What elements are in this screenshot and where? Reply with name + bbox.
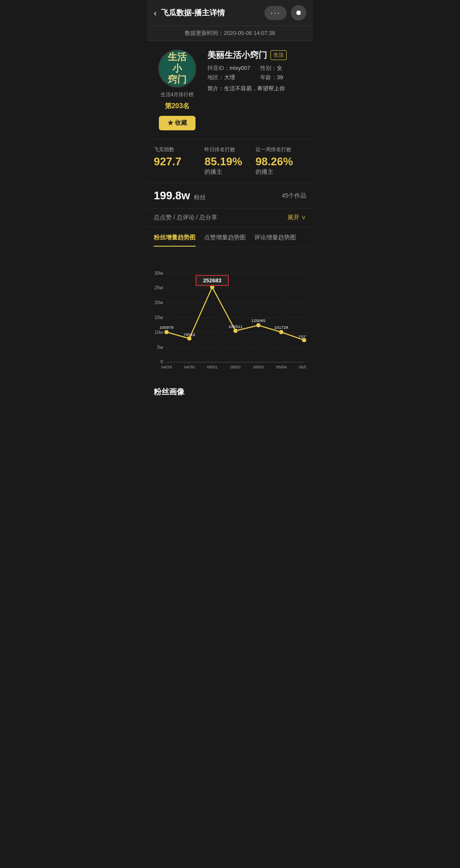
expand-section: 总点赞 / 总评论 / 总分享 展开 ∨ — [147, 209, 313, 227]
expand-button[interactable]: 展开 ∨ — [288, 214, 306, 221]
header-left: ‹ 飞瓜数据-播主详情 — [154, 8, 225, 18]
week-suffix: 的播主 — [256, 168, 273, 176]
avatar-area: 生活小窍门 生活4月排行榜 第203名 ★ 收藏 — [154, 49, 201, 130]
index-value: 927.7 — [154, 155, 204, 168]
svg-text:5w: 5w — [157, 345, 163, 350]
gender-value: 女 — [277, 65, 282, 71]
update-timestamp: 数据更新时间：2020-05-06 14:07:38 — [147, 26, 313, 41]
expand-label: 总点赞 / 总评论 / 总分享 — [154, 214, 217, 221]
bio-text: 简介：生活不容易，希望帮上你 — [207, 85, 306, 92]
streamer-name: 美丽生活小窍门 — [207, 49, 267, 61]
works-count: 45个作品 — [282, 192, 306, 200]
svg-text:10w: 10w — [155, 330, 163, 335]
yesterday-value-row: 85.19% 的播主 — [204, 155, 255, 176]
gender-item: 性别：女 — [260, 64, 306, 72]
header-right: ··· ⏺ — [264, 5, 306, 20]
chart-point-0 — [164, 330, 169, 334]
chart-point-5 — [279, 330, 283, 334]
rank-number: 第203名 — [165, 102, 190, 111]
svg-text:73778: 73778 — [298, 334, 306, 339]
stats-section: 飞瓜指数 927.7 昨日排名打败 85.19% 的播主 近一周排名打败 98.… — [147, 139, 313, 183]
page-title: 飞瓜数据-播主详情 — [161, 8, 225, 18]
age-label: 年龄： — [260, 74, 277, 80]
week-label: 近一周排名打败 — [256, 146, 306, 153]
index-label: 飞瓜指数 — [154, 146, 204, 153]
name-row: 美丽生活小窍门 生活 — [207, 49, 306, 61]
douyin-id-value: mlxy007 — [230, 65, 250, 71]
svg-text:05/04: 05/04 — [276, 365, 287, 369]
douyin-id-item: 抖音ID：mlxy007 — [207, 64, 253, 72]
svg-text:05/02: 05/02 — [230, 365, 241, 369]
svg-text:105511: 105511 — [228, 324, 243, 329]
tab-fans-trend[interactable]: 粉丝增量趋势图 — [154, 234, 196, 247]
week-stat: 近一周排名打败 98.26% 的播主 — [256, 146, 306, 176]
svg-text:25w: 25w — [155, 285, 163, 290]
age-value: 39 — [277, 74, 283, 80]
line-chart: 0 5w 10w 15w 20w 25w 30w — [154, 254, 306, 373]
followers-section: 199.8w 粉丝 45个作品 — [147, 183, 313, 209]
week-value: 98.26% — [256, 155, 293, 168]
svg-text:252683: 252683 — [203, 277, 221, 284]
record-button[interactable]: ⏺ — [291, 5, 306, 20]
svg-text:101728: 101728 — [274, 325, 289, 330]
bio-label: 简介： — [207, 85, 224, 92]
douyin-id-label: 抖音ID： — [207, 65, 230, 71]
more-options-button[interactable]: ··· — [264, 6, 287, 20]
chart-point-1 — [187, 336, 192, 341]
back-icon[interactable]: ‹ — [154, 8, 157, 18]
yesterday-value: 85.19% — [204, 155, 242, 168]
svg-text:0: 0 — [161, 359, 163, 364]
week-value-row: 98.26% 的播主 — [256, 155, 306, 176]
chart-point-4 — [256, 323, 261, 328]
svg-text:05/05: 05/05 — [299, 365, 306, 369]
rank-label: 生活4月排行榜 — [161, 91, 194, 98]
svg-text:79516: 79516 — [184, 332, 196, 337]
svg-text:15w: 15w — [155, 315, 163, 320]
app-header: ‹ 飞瓜数据-播主详情 ··· ⏺ — [147, 0, 313, 26]
collect-button[interactable]: ★ 收藏 — [159, 116, 196, 130]
region-value: 大理 — [224, 74, 235, 80]
chart-point-3 — [233, 329, 238, 333]
followers-count: 199.8w — [154, 189, 190, 202]
svg-text:30w: 30w — [155, 270, 163, 276]
followers-unit: 粉丝 — [194, 194, 206, 201]
svg-text:100979: 100979 — [159, 325, 174, 330]
index-stat: 飞瓜指数 927.7 — [154, 146, 204, 176]
profile-info: 美丽生活小窍门 生活 抖音ID：mlxy007 性别：女 地区：大理 年龄：39… — [207, 49, 306, 130]
category-tag: 生活 — [270, 50, 287, 60]
age-item: 年龄：39 — [260, 74, 306, 81]
region-label: 地区： — [207, 74, 224, 80]
profile-section: 生活小窍门 生活4月排行榜 第203名 ★ 收藏 美丽生活小窍门 生活 抖音ID… — [147, 41, 313, 139]
chart-tabs: 粉丝增量趋势图 点赞增量趋势图 评论增量趋势图 — [147, 227, 313, 247]
yesterday-stat: 昨日排名打败 85.19% 的播主 — [204, 146, 255, 176]
followers-count-area: 199.8w 粉丝 — [154, 189, 206, 202]
fans-portrait-title: 粉丝画像 — [147, 380, 313, 400]
svg-text:20w: 20w — [155, 300, 163, 305]
svg-text:04/30: 04/30 — [184, 365, 195, 369]
avatar: 生活小窍门 — [158, 49, 196, 88]
bio-content: 生活不容易，希望帮上你 — [224, 85, 285, 92]
svg-text:125065: 125065 — [251, 318, 266, 323]
chart-container: 0 5w 10w 15w 20w 25w 30w — [154, 254, 306, 373]
yesterday-suffix: 的播主 — [204, 168, 222, 176]
svg-text:05/01: 05/01 — [207, 365, 218, 369]
tab-likes-trend[interactable]: 点赞增量趋势图 — [204, 234, 246, 247]
chart-section: 0 5w 10w 15w 20w 25w 30w — [147, 247, 313, 380]
svg-text:04/29: 04/29 — [161, 365, 172, 369]
gender-label: 性别： — [260, 65, 277, 71]
svg-text:05/03: 05/03 — [253, 365, 264, 369]
tab-comments-trend[interactable]: 评论增量趋势图 — [254, 234, 296, 247]
region-item: 地区：大理 — [207, 74, 253, 81]
yesterday-label: 昨日排名打败 — [204, 146, 255, 153]
info-grid: 抖音ID：mlxy007 性别：女 地区：大理 年龄：39 — [207, 64, 306, 81]
